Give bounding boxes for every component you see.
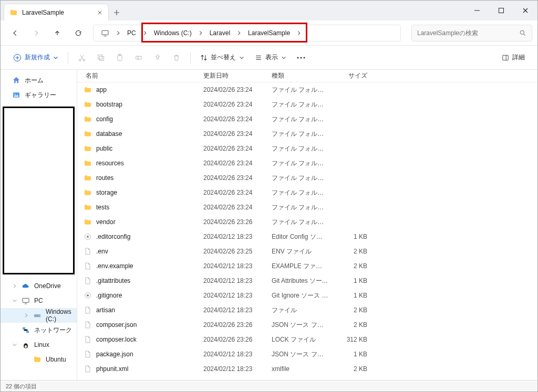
tab[interactable]: LaravelSample <box>4 4 109 20</box>
new-button[interactable]: 新規作成 <box>9 49 63 66</box>
svg-point-4 <box>79 59 80 61</box>
table-row[interactable]: .gitattributes2024/02/12 18:23Git Attrib… <box>77 273 537 288</box>
file-type: ファイル フォルダー <box>272 130 328 139</box>
table-row[interactable]: config2024/02/26 23:24ファイル フォルダー <box>77 112 537 126</box>
search-box[interactable] <box>411 25 532 41</box>
file-type: Git Ignore ソース フ... <box>272 291 328 300</box>
maximize-button[interactable] <box>489 1 513 20</box>
table-row[interactable]: package.json2024/02/12 18:23JSON ソース ファイ… <box>77 347 537 362</box>
table-row[interactable]: artisan2024/02/12 18:23ファイル2 KB <box>77 303 537 317</box>
col-name[interactable]: 名前 <box>84 71 203 80</box>
sort-button[interactable]: 並べ替え <box>196 49 249 66</box>
table-row[interactable]: public2024/02/26 23:24ファイル フォルダー <box>77 141 537 156</box>
chevron-right-icon[interactable] <box>140 30 150 36</box>
svg-rect-21 <box>26 331 29 333</box>
svg-rect-20 <box>23 327 25 330</box>
table-row[interactable]: resources2024/02/26 23:24ファイル フォルダー <box>77 156 537 171</box>
forward-button[interactable] <box>27 24 46 43</box>
svg-point-16 <box>14 94 15 95</box>
table-row[interactable]: .env2024/02/26 23:25ENV ファイル2 KB <box>77 244 537 259</box>
col-type[interactable]: 種類 <box>272 71 328 80</box>
sidebar: ホーム ギャラリー OneDrive PC Windows (C:) ネットワー… <box>1 70 77 380</box>
sidebar-item-onedrive[interactable]: OneDrive <box>1 279 77 293</box>
search-input[interactable] <box>417 29 519 37</box>
new-tab-button[interactable] <box>109 5 125 20</box>
details-button[interactable]: 詳細 <box>498 49 529 66</box>
share-button[interactable] <box>149 49 166 66</box>
file-name: .gitattributes <box>96 277 130 284</box>
table-row[interactable]: vendor2024/02/26 23:26ファイル フォルダー <box>77 215 537 229</box>
svg-point-23 <box>25 345 27 348</box>
rename-button[interactable] <box>130 49 147 66</box>
file-date: 2024/02/26 23:26 <box>203 321 272 329</box>
up-button[interactable] <box>48 24 67 43</box>
home-icon <box>12 76 20 84</box>
cut-button[interactable] <box>74 49 90 66</box>
breadcrumb-segment[interactable]: Windows (C:) <box>150 26 196 40</box>
file-type: ファイル フォルダー <box>272 144 328 153</box>
sidebar-item-ubuntu[interactable]: Ubuntu <box>1 352 77 367</box>
folder-icon <box>84 174 92 182</box>
chevron-right-icon[interactable] <box>234 30 244 36</box>
file-type: ファイル フォルダー <box>272 203 328 212</box>
file-name: storage <box>96 189 117 196</box>
table-row[interactable]: app2024/02/26 23:24ファイル フォルダー <box>77 82 537 97</box>
table-row[interactable]: composer.json2024/02/26 23:26JSON ソース ファ… <box>77 317 537 332</box>
minimize-button[interactable] <box>465 1 489 20</box>
sidebar-item-pc[interactable]: PC <box>1 293 77 308</box>
folder-icon <box>84 218 92 226</box>
copy-button[interactable] <box>92 49 109 66</box>
breadcrumb-segment[interactable]: LaravelSample <box>244 26 294 40</box>
table-row[interactable]: .gitignore2024/02/12 18:23Git Ignore ソース… <box>77 288 537 303</box>
table-row[interactable]: database2024/02/26 23:24ファイル フォルダー <box>77 126 537 141</box>
pc-icon[interactable] <box>97 26 113 40</box>
table-row[interactable]: storage2024/02/26 23:24ファイル フォルダー <box>77 185 537 200</box>
file-type: Git Attributes ソー... <box>272 277 328 285</box>
file-type: ファイル フォルダー <box>272 115 328 124</box>
folder-icon <box>84 115 92 123</box>
chevron-right-icon[interactable] <box>113 30 123 36</box>
close-tab-button[interactable] <box>97 9 103 16</box>
file-name: .gitignore <box>96 292 122 299</box>
table-row[interactable]: bootstrap2024/02/26 23:24ファイル フォルダー <box>77 97 537 112</box>
refresh-button[interactable] <box>69 24 88 43</box>
sidebar-item-network[interactable]: ネットワーク <box>1 323 77 337</box>
redacted-area <box>3 107 75 274</box>
chevron-right-icon[interactable] <box>294 30 304 36</box>
breadcrumb-pc[interactable]: PC <box>123 26 140 40</box>
back-button[interactable] <box>6 24 25 43</box>
table-row[interactable]: phpunit.xml2024/02/12 18:23xmlfile2 KB <box>77 362 537 376</box>
file-date: 2024/02/26 23:24 <box>203 204 272 211</box>
file-type: ファイル フォルダー <box>272 188 328 197</box>
file-icon <box>84 247 92 256</box>
file-date: 2024/02/26 23:24 <box>203 130 272 137</box>
sidebar-item-linux[interactable]: Linux <box>1 337 77 352</box>
file-type: ファイル フォルダー <box>272 174 328 183</box>
col-date[interactable]: 更新日時 <box>203 71 272 80</box>
sidebar-item-gallery[interactable]: ギャラリー <box>1 88 77 102</box>
svg-point-19 <box>39 315 39 316</box>
more-button[interactable] <box>293 49 309 66</box>
table-row[interactable]: .editorconfig2024/02/12 18:23Editor Conf… <box>77 229 537 244</box>
column-headers[interactable]: 名前 更新日時 種類 サイズ <box>77 70 537 82</box>
view-button[interactable]: 表示 <box>251 49 291 66</box>
sidebar-item-home[interactable]: ホーム <box>1 73 77 88</box>
delete-button[interactable] <box>168 49 185 66</box>
file-size: 1 KB <box>328 292 367 299</box>
paste-button[interactable] <box>111 49 128 66</box>
col-size[interactable]: サイズ <box>328 71 367 80</box>
file-name: bootstrap <box>96 101 122 108</box>
folder-icon <box>84 159 92 167</box>
chevron-right-icon[interactable] <box>196 30 205 36</box>
sidebar-item-windows-c[interactable]: Windows (C:) <box>1 308 77 323</box>
table-row[interactable]: routes2024/02/26 23:24ファイル フォルダー <box>77 171 537 185</box>
table-row[interactable]: composer.lock2024/02/26 23:26LOCK ファイル31… <box>77 332 537 347</box>
breadcrumb-segment[interactable]: Laravel <box>205 26 234 40</box>
close-button[interactable] <box>513 1 537 20</box>
table-row[interactable]: tests2024/02/26 23:24ファイル フォルダー <box>77 200 537 215</box>
file-type: JSON ソース ファイル <box>272 321 328 330</box>
file-list[interactable]: 名前 更新日時 種類 サイズ app2024/02/26 23:24ファイル フ… <box>77 70 537 380</box>
item-count: 22 個の項目 <box>6 383 37 390</box>
drive-icon <box>33 311 42 320</box>
table-row[interactable]: .env.example2024/02/12 18:23EXAMPLE ファイル… <box>77 259 537 273</box>
